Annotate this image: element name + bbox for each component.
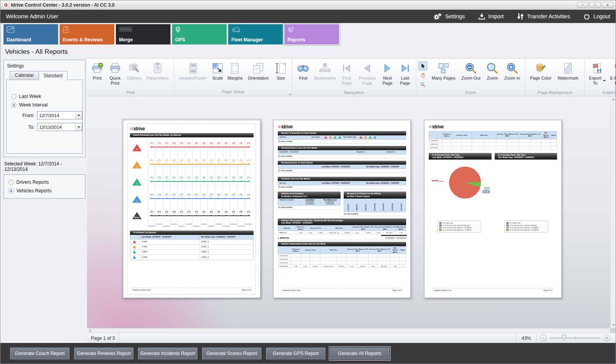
zoom-slider[interactable] — [550, 337, 600, 339]
orientation-button[interactable]: Orientation — [245, 60, 272, 89]
generate-scores-report-button[interactable]: Generate Scores Report — [202, 348, 261, 359]
vehicles-reports-radio[interactable]: Vehicles Reports — [9, 188, 85, 194]
last-week-radio[interactable]: Last Week — [11, 94, 82, 99]
no-data-text: No data available — [344, 212, 407, 216]
watermark-button[interactable]: Watermark — [554, 60, 582, 90]
no-data-text: No data available — [278, 154, 406, 158]
generate-incidents-report-button[interactable]: Generate Incidents Report — [138, 348, 197, 359]
export-to-button[interactable]: PDF Export To — [587, 60, 607, 90]
options-button[interactable]: Options — [125, 60, 143, 90]
point-value: 0 — [240, 142, 243, 144]
tab-label: GPS — [175, 37, 185, 43]
pie-label-slow: 5.34 % — [484, 187, 490, 189]
svg-text:PDF: PDF — [593, 65, 598, 67]
last-page-button[interactable]: Last Page — [396, 60, 414, 90]
drivers-reports-radio[interactable]: Drivers Reports — [9, 179, 85, 185]
transfer-activities-button[interactable]: Transfer Activities — [517, 12, 570, 20]
hand-tool-button[interactable] — [419, 71, 427, 80]
parameters-button[interactable]: ? Parameters — [144, 60, 172, 90]
severity-track: 00000000000000 — [148, 208, 252, 223]
minimize-button[interactable]: – — [577, 2, 588, 8]
point-value: 0 — [188, 142, 190, 144]
first-page-button[interactable]: First Page — [338, 60, 355, 90]
next-page-button[interactable]: Next Page — [379, 60, 396, 90]
import-button[interactable]: Import — [478, 13, 504, 20]
col-two-weeks: Two Weeks Ago: 11/30/2014 - 12/6/2014 — [359, 165, 406, 168]
button-label: Parameters — [146, 76, 169, 81]
report-logo: idrive — [429, 124, 557, 130]
previous-page-button[interactable]: Previous Page — [356, 60, 378, 90]
tab-calendar[interactable]: Calendar — [10, 71, 39, 80]
email-as-pdf-button[interactable]: PDF E-Mail As PDF — [608, 60, 616, 90]
page-color-button[interactable]: Page Color — [528, 60, 554, 90]
point-value: 0 — [233, 177, 235, 179]
table-cell: 12/13/2014 — [278, 254, 291, 257]
severity-row: Base00000000000000 — [130, 208, 254, 223]
zoom-increase-button[interactable]: + — [604, 335, 610, 341]
dropdown-button[interactable] — [75, 123, 82, 131]
zoom-decrease-button[interactable]: − — [540, 335, 547, 341]
zoom-slider-thumb[interactable] — [562, 335, 566, 341]
point-value: 0 — [173, 142, 176, 144]
size-button[interactable]: Size — [272, 60, 289, 89]
col-last-week: Last Week: 12/7/2014 - 12/13/2014 — [312, 165, 359, 168]
table-cell — [357, 254, 369, 257]
horizontal-scrollbar[interactable] — [87, 328, 610, 333]
scroll-left-icon[interactable] — [89, 329, 91, 332]
tab-events-reviews[interactable]: Events & Reviews — [60, 24, 114, 44]
severity-icon — [133, 240, 136, 243]
zoom-button[interactable]: Zoom — [483, 60, 501, 90]
tab-dashboard[interactable]: Dashboard — [4, 24, 58, 44]
header-footer-button[interactable]: Header/Footer — [177, 60, 209, 89]
week-interval-radio[interactable]: Week Interval — [11, 102, 82, 108]
idrive-logo-icon — [278, 126, 280, 128]
scroll-up-icon[interactable] — [612, 98, 615, 100]
button-label: Zoom Out — [462, 76, 481, 81]
rotated-date-label: 12/9/2014 — [364, 199, 368, 211]
margins-button[interactable]: Margins — [226, 60, 244, 89]
tab-gps[interactable]: GPS — [172, 24, 227, 44]
generate-all-reports-button[interactable]: Generate All Reports — [330, 348, 389, 359]
settings-button[interactable]: Settings — [433, 13, 465, 20]
table-cell — [337, 257, 346, 261]
many-pages-button[interactable]: Many Pages — [429, 60, 458, 90]
generate-gps-report-button[interactable]: Generate GPS Report — [266, 348, 325, 359]
col-example2: Example 2 — [376, 151, 406, 153]
gps-last-week-body: 12/13/201412/12/201412/11/201412/10/2014… — [278, 254, 406, 268]
pointer-tool-button[interactable] — [419, 62, 427, 70]
close-button[interactable]: × — [602, 2, 613, 8]
tab-fleet-manager[interactable]: Fleet Manager — [228, 24, 283, 44]
timeline-date: 12/11/2014 — [230, 224, 237, 225]
severity-pct-row: 0.00%0.00% — [130, 245, 253, 250]
scroll-down-icon[interactable] — [612, 324, 615, 326]
from-date-picker[interactable]: 12/7/2014 — [37, 111, 83, 119]
dropdown-button[interactable] — [75, 112, 82, 119]
severity-triangle: 3 — [132, 161, 142, 169]
group-expand-grip[interactable] — [289, 93, 291, 95]
generate-reviews-report-button[interactable]: Generate Reviews Report — [74, 348, 133, 359]
find-button[interactable]: Find — [295, 60, 312, 90]
table-cell — [310, 254, 320, 257]
print-button[interactable]: ? Print — [89, 60, 105, 90]
col-vehicles: Vehicles — [278, 182, 312, 185]
col-two-weeks: Two Weeks Ago: 11/30/2014 - 12/6/2014 — [199, 235, 253, 239]
settings-title: Settings — [4, 62, 85, 71]
maximize-button[interactable]: □ — [589, 2, 601, 8]
logout-button[interactable]: Logout — [583, 13, 610, 20]
zoom-out-button[interactable]: Zoom Out — [459, 60, 483, 90]
tab-merge[interactable]: MERGE Merge — [116, 24, 170, 44]
legend-label: % of Journey Time (Speed > 50 MPH) — [509, 227, 538, 229]
tab-reports[interactable]: Reports — [284, 24, 339, 44]
generate-coach-report-button[interactable]: Generate Coach Report — [10, 348, 69, 359]
bookmarks-button[interactable]: Bookmarks — [312, 60, 338, 90]
cars-icon — [231, 26, 241, 35]
radio-icon-selected — [11, 103, 16, 108]
to-date-picker[interactable]: 12/13/2014 — [37, 123, 83, 131]
vertical-scrollbar[interactable] — [610, 96, 616, 328]
magnifier-tool-button[interactable] — [419, 80, 427, 89]
document-preview-area[interactable]: idrive Events Reviewed over Last Two Wee… — [87, 96, 616, 333]
scale-button[interactable]: Scale — [210, 60, 225, 89]
zoom-in-button[interactable]: Zoom In — [502, 60, 523, 90]
tab-standard[interactable]: Standard — [39, 71, 68, 80]
quick-print-button[interactable]: Quick Print — [105, 60, 125, 90]
